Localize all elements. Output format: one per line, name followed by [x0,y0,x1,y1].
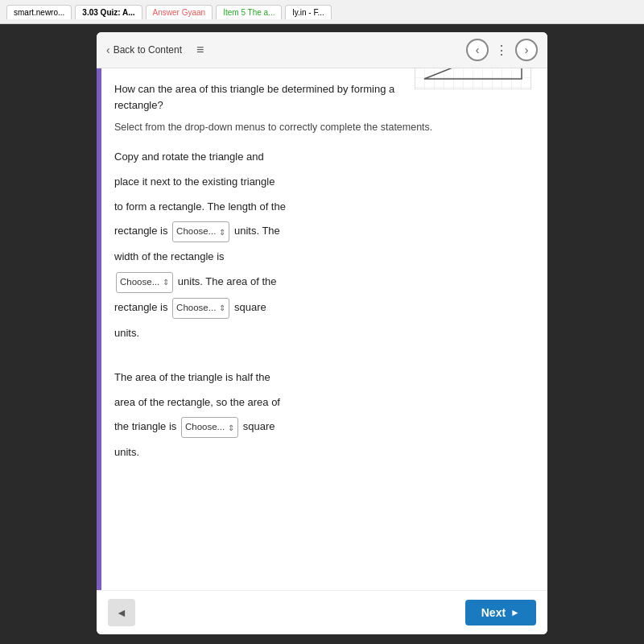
tab-ly[interactable]: ly.in - F... [285,5,331,19]
para-9: The area of the triangle is half the [114,368,531,388]
prev-arrow-icon: ‹ [476,43,480,56]
content-text: Copy and rotate the triangle and place i… [114,147,531,463]
browser-chrome: smart.newro... 3.03 Quiz: A... Answer Gy… [0,0,644,24]
dropdown-3[interactable]: Choose... ⇕ [172,298,229,319]
next-arrow-icon: › [525,43,529,56]
back-page-button[interactable]: ◄ [108,599,135,626]
para-7: rectangle is Choose... ⇕ square [114,298,531,319]
dropdown-1[interactable]: Choose... ⇕ [172,221,229,242]
para-8: units. [114,324,531,344]
card-body: How can the area of this triangle be det… [97,68,547,590]
para-5: width of the rectangle is [114,247,531,267]
dropdown-3-arrows-icon: ⇕ [219,300,225,316]
tab-quiz[interactable]: 3.03 Quiz: A... [75,5,142,19]
dropdown-2[interactable]: Choose... ⇕ [116,272,173,293]
para-11: the triangle is Choose... ⇕ square [114,417,531,438]
back-to-content-button[interactable]: ‹ Back to Content [106,43,182,56]
tab-smart[interactable]: smart.newro... [6,5,72,19]
para-1: Copy and rotate the triangle and [114,147,531,167]
card-footer: ◄ Next ► [97,590,547,634]
para-4: rectangle is Choose... ⇕ units. The [114,221,531,242]
prev-nav-button[interactable]: ‹ [466,39,489,61]
next-arrow-icon: ► [510,607,520,618]
tab-answer[interactable]: Answer Gyaan [146,5,213,19]
tab-item[interactable]: Item 5 The a... [216,5,282,19]
para-3: to form a rectangle. The length of the [114,197,531,217]
para-10: area of the rectangle, so the area of [114,393,531,413]
dropdown-1-arrows-icon: ⇕ [219,225,225,240]
next-nav-button[interactable]: › [515,39,538,61]
quiz-card: ‹ Back to Content ≡ ‹ ⋮ › [97,32,547,634]
content-area: ‹ Back to Content ≡ ‹ ⋮ › [0,24,644,644]
back-page-icon: ◄ [116,606,127,619]
nav-dots-icon[interactable]: ⋮ [495,43,509,58]
para-6: Choose... ⇕ units. The area of the [114,272,531,293]
dropdown-4[interactable]: Choose... ⇕ [181,417,238,438]
dropdown-2-arrows-icon: ⇕ [163,275,169,290]
chevron-left-icon: ‹ [106,43,110,56]
next-button[interactable]: Next ► [465,600,536,625]
main-content: How can the area of this triangle be det… [101,68,547,590]
hamburger-icon[interactable]: ≡ [196,43,204,57]
card-nav: ‹ Back to Content ≡ ‹ ⋮ › [97,32,547,68]
triangle-diagram [415,68,531,89]
instruction-text: Select from the drop-down menus to corre… [114,119,531,136]
para-12: units. [114,443,531,463]
dropdown-4-arrows-icon: ⇕ [228,420,234,436]
para-2: place it next to the existing triangle [114,172,531,192]
nav-arrows: ‹ ⋮ › [466,39,538,61]
